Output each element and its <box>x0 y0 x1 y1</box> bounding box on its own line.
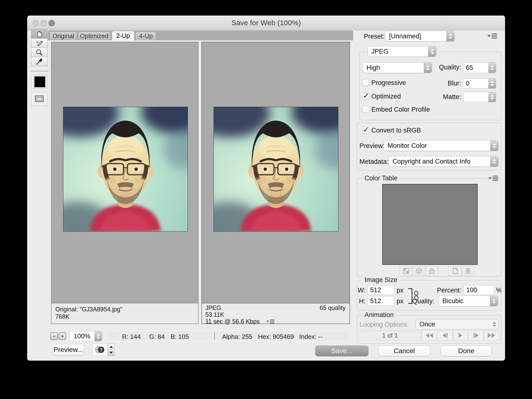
tab-original[interactable]: Original <box>50 32 77 40</box>
original-filesize: 768K <box>55 313 69 320</box>
trash-icon <box>465 268 471 274</box>
frame-counter: 1 of 1 <box>358 331 422 340</box>
eyedropper-tool-button[interactable] <box>31 57 48 66</box>
image-size-label: Image Size <box>362 276 400 284</box>
color-table-label: Color Table <box>362 175 400 182</box>
optimized-filesize: 53.11K <box>205 311 224 318</box>
chevron-updown-icon <box>446 31 454 41</box>
quality-stepper[interactable] <box>488 62 496 73</box>
percent-field[interactable] <box>464 285 494 295</box>
lock-color-button[interactable] <box>425 266 438 276</box>
last-frame-button[interactable] <box>484 331 499 340</box>
new-color-button[interactable] <box>449 266 461 276</box>
zoom-in-button[interactable]: + <box>59 332 66 340</box>
download-speed-menu-icon[interactable] <box>266 319 274 324</box>
zoom-level-stepper[interactable] <box>94 331 102 341</box>
hand-tool-button[interactable] <box>31 29 48 39</box>
optimized-format: JPEG <box>205 304 221 311</box>
height-field[interactable] <box>367 296 394 306</box>
play-button[interactable] <box>453 331 468 340</box>
lock-icon <box>429 268 435 274</box>
compression-quality-dropdown[interactable]: High <box>363 62 432 73</box>
alpha-readout: Alpha: 255 <box>222 333 252 341</box>
red-readout: R: 144 <box>122 333 141 341</box>
optimized-checkbox[interactable] <box>362 93 369 100</box>
browser-preview-button[interactable]: ? <box>92 344 108 356</box>
delete-color-button[interactable] <box>461 266 474 276</box>
chevron-updown-icon <box>424 63 432 73</box>
tab-4up[interactable]: 4-Up <box>135 32 156 40</box>
done-button[interactable]: Done <box>441 346 492 356</box>
preview-dropdown[interactable]: Monitor Color <box>384 140 499 151</box>
browser-select-stepper[interactable] <box>108 344 114 356</box>
width-field[interactable] <box>367 285 394 295</box>
slice-select-tool-button[interactable] <box>31 38 48 48</box>
zoom-out-button[interactable]: − <box>50 332 58 340</box>
metadata-dropdown[interactable]: Copyright and Contact Info <box>389 156 499 167</box>
window-title: Save for Web (100%) <box>27 19 505 27</box>
save-button[interactable]: Save... <box>315 346 368 356</box>
eyedropper-icon <box>35 58 43 66</box>
next-frame-button[interactable] <box>468 331 484 340</box>
optimized-image <box>214 107 338 232</box>
previous-frame-button[interactable] <box>437 331 453 340</box>
hex-readout: Hex: 905469 <box>258 333 294 341</box>
zoom-tool-button[interactable] <box>31 48 48 57</box>
magnifier-icon <box>35 48 43 57</box>
format-dropdown[interactable]: JPEG <box>367 46 436 57</box>
zoom-level-field[interactable] <box>69 331 95 341</box>
preset-label: Preset: <box>364 33 385 40</box>
toggle-slices-visibility-button[interactable] <box>31 92 48 106</box>
color-readout-bar: R: 144 G: 84 B: 105 Alpha: 255 Hex: 9054… <box>106 330 351 342</box>
tab-2up[interactable]: 2-Up <box>112 31 134 41</box>
original-filename: Original: "GJ3A8954.jpg" <box>55 306 122 313</box>
map-transparency-button[interactable] <box>399 266 412 276</box>
animation-frame-bar: 1 of 1 <box>358 331 499 340</box>
tab-optimized[interactable]: Optimized <box>78 32 110 40</box>
current-color-black <box>34 76 46 88</box>
cube-icon <box>416 268 422 274</box>
save-for-web-dialog: Save for Web (100%) <box>27 16 505 361</box>
readout-divider <box>214 332 215 340</box>
original-image <box>63 107 188 232</box>
optimized-info-strip: JPEG 53.11K 11 sec @ 56.6 Kbps 65 qualit… <box>202 303 349 324</box>
browser-globe-icon: ? <box>95 345 105 354</box>
web-shift-button[interactable] <box>412 266 425 276</box>
embed-color-profile-checkbox[interactable] <box>362 106 369 113</box>
quality-field[interactable] <box>463 62 489 73</box>
matte-field[interactable] <box>463 92 489 102</box>
svg-text:?: ? <box>100 348 103 352</box>
blue-readout: B: 105 <box>171 333 189 341</box>
slice-select-icon <box>35 39 43 47</box>
blur-field[interactable] <box>463 78 489 89</box>
first-frame-button[interactable] <box>422 331 437 340</box>
chevron-updown-icon <box>490 156 498 166</box>
chevron-updown-icon <box>490 141 498 151</box>
original-info-strip: Original: "GJ3A8954.jpg" 768K <box>51 303 198 324</box>
slice-visibility-icon <box>34 94 44 103</box>
index-readout: Index: -- <box>299 333 322 341</box>
preset-menu-icon[interactable] <box>487 33 497 39</box>
color-table-swatch-area[interactable] <box>382 184 478 265</box>
title-bar[interactable]: Save for Web (100%) <box>27 16 505 30</box>
optimized-quality-readout: 65 quality <box>320 304 346 311</box>
convert-srgb-checkbox[interactable] <box>362 127 369 134</box>
wh-link-bracket <box>408 288 412 304</box>
cancel-button[interactable]: Cancel <box>378 346 430 356</box>
preset-dropdown[interactable]: [Unnamed] <box>385 31 455 42</box>
preview-button[interactable]: Preview... <box>53 344 84 355</box>
looping-options-dropdown[interactable]: Once <box>416 319 499 329</box>
blur-stepper[interactable] <box>488 78 496 89</box>
animation-label: Animation <box>362 311 396 319</box>
toolbar-divider <box>30 71 49 71</box>
eyedropper-color-swatch[interactable] <box>31 74 48 88</box>
resample-quality-dropdown[interactable]: Bicubic <box>439 296 498 306</box>
progressive-checkbox[interactable] <box>362 79 369 86</box>
green-readout: G: 84 <box>149 333 165 341</box>
chevron-updown-icon <box>490 296 498 306</box>
chain-link-icon[interactable] <box>414 291 419 300</box>
transparency-checker-icon <box>403 268 409 274</box>
hand-icon <box>35 30 43 38</box>
color-table-menu-icon[interactable] <box>488 176 498 181</box>
matte-stepper[interactable] <box>488 92 496 102</box>
